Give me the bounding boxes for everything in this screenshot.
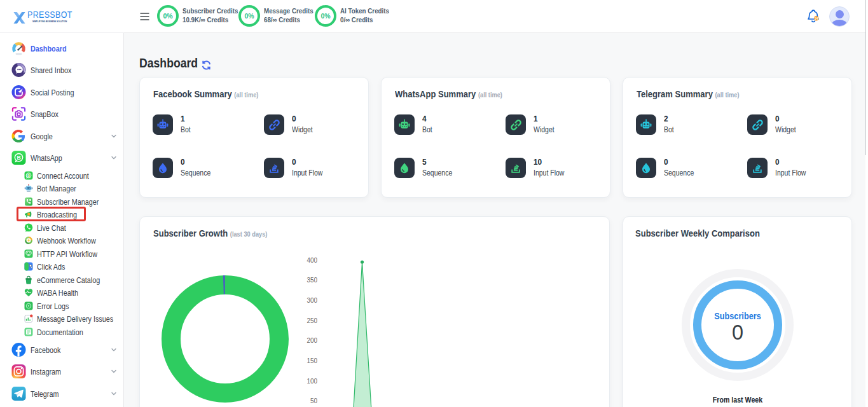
svg-text:B: B xyxy=(27,173,30,177)
svg-text:B: B xyxy=(17,155,20,161)
svg-text:14: 14 xyxy=(815,17,818,20)
